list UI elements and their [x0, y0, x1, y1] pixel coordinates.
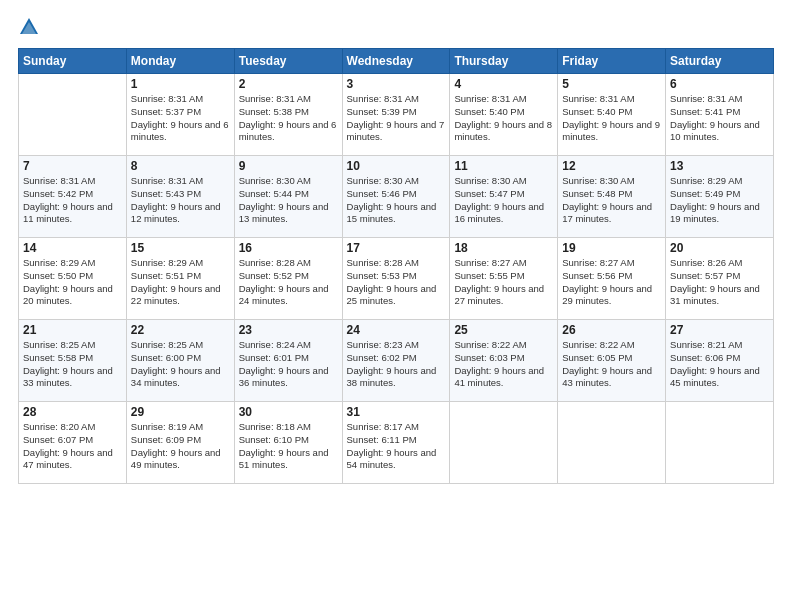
- day-info: Sunrise: 8:30 AMSunset: 5:44 PMDaylight:…: [239, 175, 338, 226]
- day-number: 22: [131, 323, 230, 337]
- day-number: 31: [347, 405, 446, 419]
- day-cell: 27Sunrise: 8:21 AMSunset: 6:06 PMDayligh…: [666, 320, 774, 402]
- day-info: Sunrise: 8:17 AMSunset: 6:11 PMDaylight:…: [347, 421, 446, 472]
- day-cell: 21Sunrise: 8:25 AMSunset: 5:58 PMDayligh…: [19, 320, 127, 402]
- day-info: Sunrise: 8:25 AMSunset: 6:00 PMDaylight:…: [131, 339, 230, 390]
- day-number: 1: [131, 77, 230, 91]
- day-number: 16: [239, 241, 338, 255]
- day-cell: 28Sunrise: 8:20 AMSunset: 6:07 PMDayligh…: [19, 402, 127, 484]
- day-info: Sunrise: 8:28 AMSunset: 5:53 PMDaylight:…: [347, 257, 446, 308]
- day-info: Sunrise: 8:21 AMSunset: 6:06 PMDaylight:…: [670, 339, 769, 390]
- day-cell: 30Sunrise: 8:18 AMSunset: 6:10 PMDayligh…: [234, 402, 342, 484]
- weekday-header-tuesday: Tuesday: [234, 49, 342, 74]
- day-cell: 10Sunrise: 8:30 AMSunset: 5:46 PMDayligh…: [342, 156, 450, 238]
- day-info: Sunrise: 8:30 AMSunset: 5:47 PMDaylight:…: [454, 175, 553, 226]
- day-cell: 16Sunrise: 8:28 AMSunset: 5:52 PMDayligh…: [234, 238, 342, 320]
- day-number: 17: [347, 241, 446, 255]
- day-info: Sunrise: 8:22 AMSunset: 6:03 PMDaylight:…: [454, 339, 553, 390]
- day-info: Sunrise: 8:31 AMSunset: 5:40 PMDaylight:…: [562, 93, 661, 144]
- day-cell: 3Sunrise: 8:31 AMSunset: 5:39 PMDaylight…: [342, 74, 450, 156]
- day-number: 6: [670, 77, 769, 91]
- day-number: 4: [454, 77, 553, 91]
- day-number: 23: [239, 323, 338, 337]
- day-cell: 18Sunrise: 8:27 AMSunset: 5:55 PMDayligh…: [450, 238, 558, 320]
- day-number: 2: [239, 77, 338, 91]
- day-cell: [19, 74, 127, 156]
- week-row-3: 21Sunrise: 8:25 AMSunset: 5:58 PMDayligh…: [19, 320, 774, 402]
- day-number: 21: [23, 323, 122, 337]
- day-number: 9: [239, 159, 338, 173]
- day-number: 25: [454, 323, 553, 337]
- day-cell: 2Sunrise: 8:31 AMSunset: 5:38 PMDaylight…: [234, 74, 342, 156]
- day-info: Sunrise: 8:30 AMSunset: 5:46 PMDaylight:…: [347, 175, 446, 226]
- weekday-header-saturday: Saturday: [666, 49, 774, 74]
- day-number: 8: [131, 159, 230, 173]
- day-cell: 29Sunrise: 8:19 AMSunset: 6:09 PMDayligh…: [126, 402, 234, 484]
- day-cell: 31Sunrise: 8:17 AMSunset: 6:11 PMDayligh…: [342, 402, 450, 484]
- weekday-header-wednesday: Wednesday: [342, 49, 450, 74]
- day-cell: 24Sunrise: 8:23 AMSunset: 6:02 PMDayligh…: [342, 320, 450, 402]
- week-row-1: 7Sunrise: 8:31 AMSunset: 5:42 PMDaylight…: [19, 156, 774, 238]
- day-info: Sunrise: 8:27 AMSunset: 5:56 PMDaylight:…: [562, 257, 661, 308]
- day-cell: 1Sunrise: 8:31 AMSunset: 5:37 PMDaylight…: [126, 74, 234, 156]
- day-cell: 22Sunrise: 8:25 AMSunset: 6:00 PMDayligh…: [126, 320, 234, 402]
- day-cell: 7Sunrise: 8:31 AMSunset: 5:42 PMDaylight…: [19, 156, 127, 238]
- week-row-0: 1Sunrise: 8:31 AMSunset: 5:37 PMDaylight…: [19, 74, 774, 156]
- day-info: Sunrise: 8:26 AMSunset: 5:57 PMDaylight:…: [670, 257, 769, 308]
- day-number: 15: [131, 241, 230, 255]
- day-info: Sunrise: 8:31 AMSunset: 5:38 PMDaylight:…: [239, 93, 338, 144]
- day-info: Sunrise: 8:22 AMSunset: 6:05 PMDaylight:…: [562, 339, 661, 390]
- day-cell: 12Sunrise: 8:30 AMSunset: 5:48 PMDayligh…: [558, 156, 666, 238]
- day-number: 18: [454, 241, 553, 255]
- day-info: Sunrise: 8:24 AMSunset: 6:01 PMDaylight:…: [239, 339, 338, 390]
- day-info: Sunrise: 8:18 AMSunset: 6:10 PMDaylight:…: [239, 421, 338, 472]
- day-cell: 25Sunrise: 8:22 AMSunset: 6:03 PMDayligh…: [450, 320, 558, 402]
- week-row-4: 28Sunrise: 8:20 AMSunset: 6:07 PMDayligh…: [19, 402, 774, 484]
- day-cell: 11Sunrise: 8:30 AMSunset: 5:47 PMDayligh…: [450, 156, 558, 238]
- day-cell: 4Sunrise: 8:31 AMSunset: 5:40 PMDaylight…: [450, 74, 558, 156]
- day-cell: 14Sunrise: 8:29 AMSunset: 5:50 PMDayligh…: [19, 238, 127, 320]
- day-cell: 8Sunrise: 8:31 AMSunset: 5:43 PMDaylight…: [126, 156, 234, 238]
- day-info: Sunrise: 8:31 AMSunset: 5:40 PMDaylight:…: [454, 93, 553, 144]
- day-info: Sunrise: 8:28 AMSunset: 5:52 PMDaylight:…: [239, 257, 338, 308]
- day-number: 11: [454, 159, 553, 173]
- day-number: 14: [23, 241, 122, 255]
- day-cell: [558, 402, 666, 484]
- weekday-header-row: SundayMondayTuesdayWednesdayThursdayFrid…: [19, 49, 774, 74]
- day-number: 20: [670, 241, 769, 255]
- day-cell: 9Sunrise: 8:30 AMSunset: 5:44 PMDaylight…: [234, 156, 342, 238]
- day-info: Sunrise: 8:31 AMSunset: 5:37 PMDaylight:…: [131, 93, 230, 144]
- day-cell: 15Sunrise: 8:29 AMSunset: 5:51 PMDayligh…: [126, 238, 234, 320]
- day-info: Sunrise: 8:31 AMSunset: 5:42 PMDaylight:…: [23, 175, 122, 226]
- day-number: 24: [347, 323, 446, 337]
- day-number: 30: [239, 405, 338, 419]
- day-cell: 13Sunrise: 8:29 AMSunset: 5:49 PMDayligh…: [666, 156, 774, 238]
- day-info: Sunrise: 8:19 AMSunset: 6:09 PMDaylight:…: [131, 421, 230, 472]
- page: SundayMondayTuesdayWednesdayThursdayFrid…: [0, 0, 792, 612]
- day-info: Sunrise: 8:31 AMSunset: 5:43 PMDaylight:…: [131, 175, 230, 226]
- day-number: 19: [562, 241, 661, 255]
- weekday-header-friday: Friday: [558, 49, 666, 74]
- day-info: Sunrise: 8:27 AMSunset: 5:55 PMDaylight:…: [454, 257, 553, 308]
- day-cell: 6Sunrise: 8:31 AMSunset: 5:41 PMDaylight…: [666, 74, 774, 156]
- day-cell: [666, 402, 774, 484]
- day-cell: 20Sunrise: 8:26 AMSunset: 5:57 PMDayligh…: [666, 238, 774, 320]
- day-number: 13: [670, 159, 769, 173]
- day-info: Sunrise: 8:25 AMSunset: 5:58 PMDaylight:…: [23, 339, 122, 390]
- day-cell: 26Sunrise: 8:22 AMSunset: 6:05 PMDayligh…: [558, 320, 666, 402]
- day-number: 27: [670, 323, 769, 337]
- day-info: Sunrise: 8:29 AMSunset: 5:49 PMDaylight:…: [670, 175, 769, 226]
- day-cell: 19Sunrise: 8:27 AMSunset: 5:56 PMDayligh…: [558, 238, 666, 320]
- day-number: 28: [23, 405, 122, 419]
- day-info: Sunrise: 8:31 AMSunset: 5:39 PMDaylight:…: [347, 93, 446, 144]
- day-number: 5: [562, 77, 661, 91]
- day-number: 26: [562, 323, 661, 337]
- day-info: Sunrise: 8:29 AMSunset: 5:51 PMDaylight:…: [131, 257, 230, 308]
- week-row-2: 14Sunrise: 8:29 AMSunset: 5:50 PMDayligh…: [19, 238, 774, 320]
- logo-icon: [18, 16, 40, 38]
- day-info: Sunrise: 8:29 AMSunset: 5:50 PMDaylight:…: [23, 257, 122, 308]
- weekday-header-monday: Monday: [126, 49, 234, 74]
- weekday-header-thursday: Thursday: [450, 49, 558, 74]
- day-info: Sunrise: 8:23 AMSunset: 6:02 PMDaylight:…: [347, 339, 446, 390]
- logo: [18, 16, 44, 38]
